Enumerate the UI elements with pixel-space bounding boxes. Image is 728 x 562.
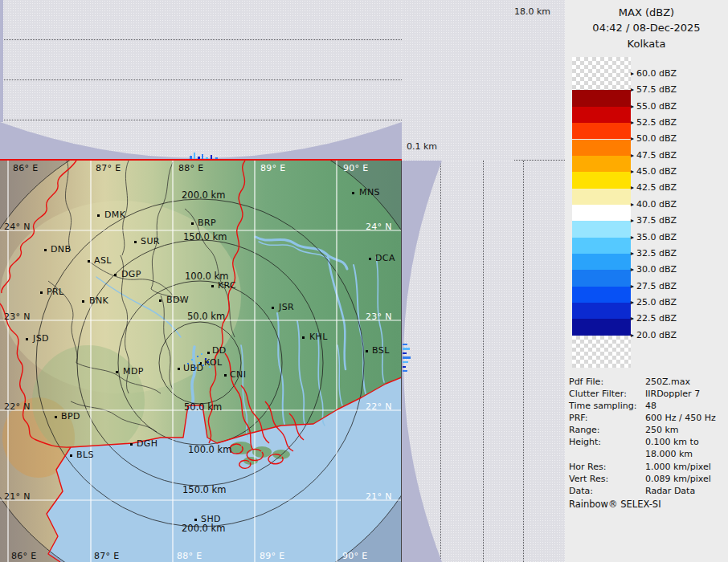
- legend-tick: ▸25.0 dBZ: [631, 297, 677, 307]
- city-dot: [70, 454, 72, 457]
- city-dot: [224, 374, 227, 377]
- tick-arrow-icon: ▸: [631, 250, 634, 257]
- tick-arrow-icon: ▸: [631, 184, 634, 191]
- tick-label: 50.0 dBZ: [636, 133, 677, 144]
- city-label: DD: [212, 345, 227, 356]
- radar-map: MNSDMKBRPSURDNBDCAASLDGPKRCPRLBNKBDWJSRJ…: [0, 161, 402, 562]
- legend-band: [572, 319, 631, 335]
- radar-echo-speck: [403, 361, 408, 363]
- radar-echo-speck: [403, 348, 410, 350]
- meta-label: Pdf File:: [569, 377, 603, 387]
- legend-tick: ▸22.5 dBZ: [631, 313, 677, 324]
- tick-label: 37.5 dBZ: [636, 215, 677, 226]
- tick-arrow-icon: ▸: [631, 70, 634, 77]
- scan-datetime: 04:42 / 08-Dec-2025: [565, 22, 728, 34]
- meta-label: Height:: [569, 437, 601, 447]
- tick-label: 32.5 dBZ: [636, 248, 677, 259]
- latitude-label: 23° N: [4, 312, 31, 322]
- legend-band: [572, 123, 631, 139]
- longitude-label: 88° E: [177, 551, 202, 561]
- legend-tick: ▸42.5 dBZ: [631, 182, 677, 193]
- city-dot: [116, 371, 118, 373]
- longitude-label: 86° E: [11, 551, 36, 561]
- radar-echo-speck: [191, 359, 193, 360]
- longitude-label: 86° E: [13, 163, 38, 173]
- tick-arrow-icon: ▸: [631, 86, 634, 93]
- city-dot: [97, 214, 100, 217]
- range-ring-label: 200.0 km: [182, 523, 225, 534]
- radar-echo-speck: [198, 362, 200, 364]
- tick-label: 22.5 dBZ: [636, 313, 677, 324]
- longitude-label: 89° E: [260, 551, 284, 561]
- meta-value: 250Z.max: [645, 377, 690, 387]
- legend-tick: ▸55.0 dBZ: [631, 101, 677, 112]
- height-max-label: 18.0 km: [514, 6, 550, 17]
- city-label: BNK: [89, 295, 108, 306]
- latitude-label: 21° N: [4, 491, 31, 502]
- city-dot: [302, 336, 305, 339]
- software-brand: Rainbow® SELEX-SI: [569, 499, 661, 510]
- radar-viewer-window: 18.0 km 0.1 km: [0, 0, 728, 562]
- legend-tick: ▸32.5 dBZ: [631, 248, 677, 259]
- meta-label: Range:: [569, 425, 600, 435]
- station-name: Kolkata: [565, 38, 728, 50]
- radar-echo-speck: [195, 367, 197, 369]
- meta-label: Data:: [569, 486, 593, 496]
- legend-band: [572, 254, 631, 270]
- radar-echo-speck: [202, 364, 204, 366]
- longitude-label: 87° E: [96, 163, 121, 173]
- longitude-label: 88° E: [178, 163, 203, 173]
- city-label: DNB: [51, 244, 71, 255]
- meta-label: Hor Res:: [569, 462, 606, 472]
- tick-arrow-icon: ▸: [631, 103, 634, 110]
- range-ring-label: 50.0 km: [184, 401, 222, 413]
- tick-arrow-icon: ▸: [631, 234, 634, 241]
- city-label: DMK: [104, 210, 125, 220]
- radar-echo-speck: [207, 361, 209, 363]
- meta-value: 18.000 km: [645, 449, 693, 459]
- legend-tick: ▸47.5 dBZ: [631, 150, 677, 161]
- radar-echo-speck: [403, 356, 411, 359]
- radar-echo-speck: [403, 344, 407, 345]
- latitude-label: 24° N: [4, 222, 31, 232]
- city-label: JSR: [279, 302, 294, 312]
- tick-label: 20.0 dBZ: [636, 330, 677, 340]
- radar-echo-speck: [197, 356, 198, 357]
- tick-arrow-icon: ▸: [631, 152, 634, 159]
- city-dot: [369, 258, 371, 260]
- city-label: PRL: [47, 287, 64, 297]
- tick-arrow-icon: ▸: [631, 168, 634, 175]
- legend-tick: ▸45.0 dBZ: [631, 166, 677, 177]
- color-scale: [572, 57, 631, 368]
- tick-arrow-icon: ▸: [631, 266, 634, 273]
- city-label: MDP: [123, 366, 144, 377]
- latitude-label: 22° N: [4, 401, 31, 412]
- city-label: DGP: [121, 269, 141, 279]
- legend-tick: ▸40.0 dBZ: [631, 199, 677, 210]
- longitude-label: 89° E: [260, 163, 285, 173]
- radar-echo-speck: [187, 363, 189, 364]
- legend-band: [572, 172, 631, 188]
- meta-label: Time sampling:: [569, 401, 636, 411]
- legend-tick: ▸50.0 dBZ: [631, 133, 677, 144]
- meta-value: 48: [645, 401, 656, 411]
- legend-band: [572, 156, 631, 172]
- city-label: JSD: [33, 333, 49, 344]
- city-dot: [272, 307, 274, 309]
- tick-arrow-icon: ▸: [631, 299, 634, 306]
- meta-value: 250 km: [645, 425, 679, 435]
- radar-echo-speck: [403, 370, 407, 372]
- beam-coverage-wedge: [402, 161, 565, 562]
- meta-label: PRF:: [569, 413, 587, 423]
- meta-label: Vert Res:: [569, 474, 608, 484]
- city-dot: [44, 249, 47, 251]
- legend-tick: ▸60.0 dBZ: [631, 68, 677, 79]
- city-label: BDW: [166, 295, 189, 305]
- legend-band: [572, 205, 631, 221]
- panel-edge-strip: [0, 0, 3, 122]
- meta-value: 600 Hz / 450 Hz: [645, 413, 716, 423]
- range-ring-label: 150.0 km: [183, 231, 227, 242]
- range-ring-label: 200.0 km: [182, 189, 225, 201]
- tick-label: 40.0 dBZ: [636, 199, 677, 210]
- city-dot: [26, 338, 28, 340]
